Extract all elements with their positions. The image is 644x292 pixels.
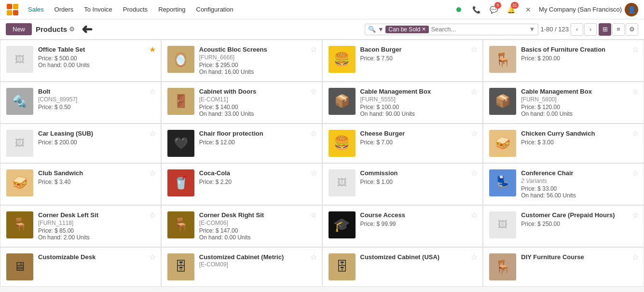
favorite-button[interactable]: ☆ — [310, 87, 317, 96]
phone-icon-btn[interactable]: 📞 — [469, 3, 483, 16]
nav-to-invoice[interactable]: To Invoice — [79, 4, 117, 15]
product-info: Customized Cabinet (USA) — [360, 253, 477, 280]
product-card[interactable]: 📦 Cable Management Box[FURN_5555]Price: … — [322, 82, 483, 124]
product-image: 🍔 — [329, 130, 356, 157]
product-price: Price: $ 295.00 — [199, 62, 316, 69]
favorite-button[interactable]: ☆ — [632, 168, 639, 178]
product-info: Customizable Desk — [38, 253, 155, 280]
favorite-button[interactable]: ☆ — [471, 252, 478, 262]
product-card[interactable]: 📦 Cable Management Box[FURN_5800]Price: … — [483, 82, 644, 124]
product-stock: On hand: 90.00 Units — [360, 111, 477, 117]
product-card[interactable]: 🥪 Club SandwichPrice: $ 3.40 ☆ — [0, 163, 161, 205]
page-title-text: Products — [36, 25, 67, 33]
favorite-button[interactable]: ☆ — [310, 210, 317, 220]
filter-tag-label: Can be Sold — [388, 26, 420, 33]
product-card[interactable]: 💺 Conference Chair2 VariantsPrice: $ 33.… — [483, 163, 644, 205]
product-ref: [E-COM09] — [199, 261, 316, 268]
kanban-view-button[interactable]: ⊞ — [599, 23, 611, 36]
company-selector[interactable]: My Company (San Francisco) 👤 — [539, 3, 638, 16]
product-stock: On hand: 33.00 Units — [199, 111, 316, 117]
search-dropdown-icon[interactable]: ▼ — [529, 26, 535, 33]
list-view-button[interactable]: ≡ — [612, 23, 625, 36]
chat-icon-btn[interactable]: 💬 5 — [487, 3, 500, 16]
notification-badge: 31 — [511, 2, 519, 9]
search-input[interactable] — [431, 26, 527, 33]
favorite-button[interactable]: ☆ — [149, 252, 156, 262]
favorite-button[interactable]: ☆ — [149, 168, 156, 178]
product-card[interactable]: 🚪 Cabinet with Doors[E-COM11]Price: $ 14… — [161, 82, 322, 124]
circle-icon-btn[interactable] — [452, 3, 466, 16]
product-card[interactable]: 🗄 Customized Cabinet (USA) ☆ — [322, 247, 483, 287]
product-card[interactable]: 🖼 Car Leasing (SUB)Price: $ 200.00 ☆ — [0, 124, 161, 163]
product-image: 🗄 — [167, 253, 194, 280]
product-card[interactable]: 🪑 Basics of Furniture CreationPrice: $ 2… — [483, 40, 644, 82]
product-name: Cheese Burger — [360, 130, 477, 138]
favorite-button[interactable]: ☆ — [310, 252, 317, 262]
new-button[interactable]: New — [6, 23, 32, 35]
product-card[interactable]: 🪑 Corner Desk Left Sit[FURN_1118]Price: … — [0, 205, 161, 247]
favorite-button[interactable]: ★ — [149, 45, 156, 54]
settings-view-button[interactable]: ⚙ — [626, 23, 638, 36]
filter-tag-can-be-sold: Can be Sold ✕ — [385, 26, 429, 33]
product-stock: On hand: 0.00 Units — [521, 111, 638, 117]
favorite-button[interactable]: ☆ — [632, 87, 639, 96]
favorite-button[interactable]: ☆ — [471, 87, 478, 96]
favorite-button[interactable]: ☆ — [471, 129, 478, 138]
product-name: Corner Desk Left Sit — [38, 211, 155, 220]
product-card[interactable]: 🥪 Chicken Curry SandwichPrice: $ 3.00 ☆ — [483, 124, 644, 163]
favorite-button[interactable]: ☆ — [632, 252, 639, 262]
product-info: Bolt[CONS_89957]Price: $ 0.50 — [38, 88, 155, 117]
product-card[interactable]: 🖼 Office Table SetPrice: $ 500.00On hand… — [0, 40, 161, 82]
product-card[interactable]: 🪞 Acoustic Bloc Screens[FURN_6666]Price:… — [161, 40, 322, 82]
favorite-button[interactable]: ☆ — [149, 129, 156, 138]
favorite-button[interactable]: ☆ — [149, 210, 156, 220]
product-card[interactable]: 🍔 Cheese BurgerPrice: $ 7.00 ☆ — [322, 124, 483, 163]
favorite-button[interactable]: ☆ — [471, 210, 478, 220]
product-card[interactable]: 🖼 CommissionPrice: $ 1.00 ☆ — [322, 163, 483, 205]
favorite-button[interactable]: ☆ — [310, 129, 317, 138]
settings-gear-icon[interactable]: ⚙ — [69, 26, 75, 33]
favorite-button[interactable]: ☆ — [310, 168, 317, 178]
product-card[interactable]: 🎓 Course AccessPrice: $ 99.99 ☆ — [322, 205, 483, 247]
product-name: Office Table Set — [38, 46, 155, 54]
next-page-button[interactable]: › — [584, 23, 597, 36]
prev-page-button[interactable]: ‹ — [571, 23, 583, 36]
nav-configuration[interactable]: Configuration — [192, 4, 238, 15]
nav-reporting[interactable]: Reporting — [153, 4, 190, 15]
product-card[interactable]: 🍔 Bacon BurgerPrice: $ 7.50 ☆ — [322, 40, 483, 82]
favorite-button[interactable]: ☆ — [632, 129, 639, 138]
favorite-button[interactable]: ☆ — [632, 210, 639, 220]
product-info: Chicken Curry SandwichPrice: $ 3.00 — [521, 130, 638, 157]
product-price: Price: $ 3.00 — [521, 139, 638, 146]
app-logo[interactable] — [6, 3, 19, 16]
favorite-button[interactable]: ☆ — [471, 168, 478, 178]
nav-orders[interactable]: Orders — [50, 4, 79, 15]
product-image: 🍔 — [329, 46, 356, 73]
product-card[interactable]: 🥤 Coca-ColaPrice: $ 2.20 ☆ — [161, 163, 322, 205]
favorite-button[interactable]: ☆ — [632, 45, 639, 54]
product-image: 🥪 — [489, 130, 516, 157]
product-card[interactable]: 🖤 Chair floor protectionPrice: $ 12.00 ☆ — [161, 124, 322, 163]
search-area: 🔍 ▼ Can be Sold ✕ ▼ 1-80 / 123 ‹ › ⊞ ≡ ⚙ — [365, 23, 638, 36]
favorite-button[interactable]: ☆ — [149, 87, 156, 96]
product-variants: 2 Variants — [521, 178, 638, 184]
product-image: 🪞 — [167, 46, 194, 73]
filter-tag-remove[interactable]: ✕ — [422, 26, 426, 32]
nav-sales[interactable]: Sales — [23, 4, 49, 15]
product-info: Car Leasing (SUB)Price: $ 200.00 — [38, 130, 155, 157]
notification-icon-btn[interactable]: 🔔 31 — [504, 3, 518, 16]
product-card[interactable]: 🪑 DIY Furniture Course ☆ — [483, 247, 644, 287]
favorite-button[interactable]: ☆ — [310, 45, 317, 54]
product-card[interactable]: 🖥 Customizable Desk ☆ — [0, 247, 161, 287]
product-info: Corner Desk Left Sit[FURN_1118]Price: $ … — [38, 211, 155, 241]
product-card[interactable]: 🔩 Bolt[CONS_89957]Price: $ 0.50 ☆ — [0, 82, 161, 124]
nav-products[interactable]: Products — [118, 4, 152, 15]
favorite-button[interactable]: ☆ — [471, 45, 478, 54]
tools-icon-btn[interactable]: ✕ — [521, 3, 535, 16]
product-info: Coca-ColaPrice: $ 2.20 — [199, 169, 316, 199]
product-card[interactable]: 🗄 Customized Cabinet (Metric)[E-COM09] ☆ — [161, 247, 322, 287]
product-card[interactable]: 🖼 Customer Care (Prepaid Hours)Price: $ … — [483, 205, 644, 247]
product-stock: On hand: 0.00 Units — [38, 62, 155, 69]
product-info: Club SandwichPrice: $ 3.40 — [38, 169, 155, 199]
product-card[interactable]: 🪑 Corner Desk Right Sit[E-COM06]Price: $… — [161, 205, 322, 247]
